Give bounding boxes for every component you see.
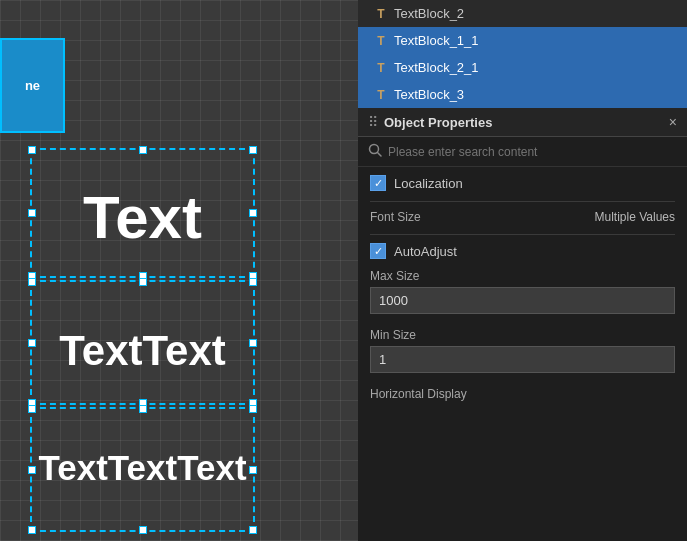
right-panel: T TextBlock_2 T TextBlock_1_1 T TextBloc… <box>358 0 687 541</box>
search-input[interactable] <box>388 145 677 159</box>
panel-title: Object Properties <box>384 115 663 130</box>
handle-tm-2[interactable] <box>139 278 147 286</box>
auto-adjust-checkbox[interactable]: ✓ <box>370 243 386 259</box>
textblock-icon: T <box>374 7 388 21</box>
auto-adjust-label: AutoAdjust <box>394 244 457 259</box>
object-properties-header: ⠿ Object Properties × <box>358 108 687 137</box>
canvas-text-1: Text <box>30 160 255 275</box>
handle-tm-1[interactable] <box>139 146 147 154</box>
localization-label: Localization <box>394 176 463 191</box>
handle-tr-2[interactable] <box>249 278 257 286</box>
widget-box-label: ne <box>25 78 40 93</box>
tree-item-textblock2[interactable]: T TextBlock_2 <box>358 0 687 27</box>
divider-2 <box>370 234 675 235</box>
tree-item-textblock1-1[interactable]: T TextBlock_1_1 <box>358 27 687 54</box>
localization-checkbox[interactable]: ✓ <box>370 175 386 191</box>
localization-row: ✓ Localization <box>370 175 675 191</box>
textblock-icon: T <box>374 34 388 48</box>
tree-item-label: TextBlock_2_1 <box>394 60 479 75</box>
svg-line-1 <box>378 153 382 157</box>
font-size-value: Multiple Values <box>595 210 675 224</box>
auto-adjust-row: ✓ AutoAdjust <box>370 243 675 259</box>
tree-item-label: TextBlock_3 <box>394 87 464 102</box>
font-size-row: Font Size Multiple Values <box>370 210 675 224</box>
horizontal-display-label: Horizontal Display <box>370 387 675 401</box>
search-icon <box>368 143 382 160</box>
properties-content: ✓ Localization Font Size Multiple Values… <box>358 167 687 541</box>
tree-item-textblock2-1[interactable]: T TextBlock_2_1 <box>358 54 687 81</box>
widget-box: ne <box>0 38 65 133</box>
handle-tl-2[interactable] <box>28 278 36 286</box>
check-icon: ✓ <box>374 177 383 190</box>
min-size-input[interactable] <box>370 346 675 373</box>
close-button[interactable]: × <box>669 114 677 130</box>
min-size-label: Min Size <box>370 328 675 342</box>
drag-handle-icon[interactable]: ⠿ <box>368 114 378 130</box>
tree-item-label: TextBlock_2 <box>394 6 464 21</box>
object-properties-panel: ⠿ Object Properties × ✓ Localization <box>358 108 687 541</box>
search-bar <box>358 137 687 167</box>
textblock-icon: T <box>374 61 388 75</box>
max-size-label: Max Size <box>370 269 675 283</box>
textblock-icon: T <box>374 88 388 102</box>
tree-view: T TextBlock_2 T TextBlock_1_1 T TextBloc… <box>358 0 687 108</box>
canvas-text-3: TextTextText <box>30 408 255 528</box>
divider-1 <box>370 201 675 202</box>
canvas-area: ne Text TextText TextTextText <box>0 0 358 541</box>
tree-item-textblock3[interactable]: T TextBlock_3 <box>358 81 687 108</box>
max-size-input[interactable] <box>370 287 675 314</box>
canvas-text-2: TextText <box>30 296 255 406</box>
handle-tr-1[interactable] <box>249 146 257 154</box>
handle-tl-1[interactable] <box>28 146 36 154</box>
check-icon-2: ✓ <box>374 245 383 258</box>
tree-item-label: TextBlock_1_1 <box>394 33 479 48</box>
font-size-label: Font Size <box>370 210 587 224</box>
